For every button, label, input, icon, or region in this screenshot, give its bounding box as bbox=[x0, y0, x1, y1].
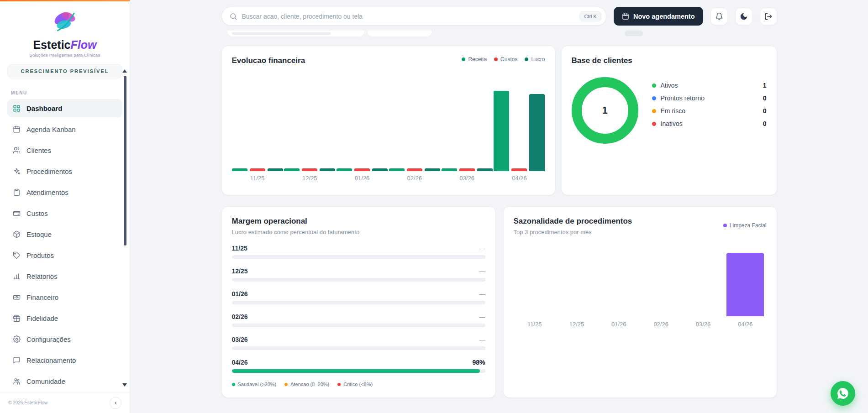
bar-group-12/25 bbox=[284, 168, 335, 171]
margin-month-label: 11/25 bbox=[232, 245, 247, 252]
legend-item-saudavel-20-: Saudavel (>20%) bbox=[232, 382, 277, 387]
bar-lucro-01/26 bbox=[372, 168, 388, 171]
bar-group-01/26 bbox=[337, 168, 388, 171]
legend-dot bbox=[652, 84, 656, 88]
dark-mode-button[interactable] bbox=[735, 8, 752, 25]
legend-item-limpeza-facial: Limpeza Facial bbox=[723, 222, 767, 229]
operating-margin-card: Margem operacional Lucro estimado como p… bbox=[221, 206, 496, 398]
card-subtitle: Top 3 procedimentos por mes bbox=[514, 229, 632, 235]
sidebar-item-comunidade[interactable]: Comunidade bbox=[7, 372, 122, 390]
copyright-text: © 2026 EsteticFlow bbox=[8, 400, 47, 405]
bar-receita-03/26 bbox=[442, 168, 457, 171]
sidebar-item-custos[interactable]: Custos bbox=[7, 204, 122, 222]
sidebar-item-label: Estoque bbox=[26, 230, 52, 238]
sidebar-item-label: Relatorios bbox=[26, 272, 58, 280]
margin-month-label: 04/26 bbox=[232, 359, 248, 366]
bar-custos-04/26 bbox=[511, 168, 527, 171]
community-icon bbox=[13, 377, 21, 385]
logout-icon bbox=[764, 12, 773, 21]
seasonality-chart: 11/2512/2501/2602/2603/2604/26 bbox=[514, 249, 767, 328]
client-count: 0 bbox=[763, 107, 767, 115]
scroll-up-arrow[interactable] bbox=[122, 69, 127, 73]
seasonality-column-02/26: 02/26 bbox=[640, 316, 682, 328]
sidebar-item-fidelidade[interactable]: Fidelidade bbox=[7, 309, 122, 327]
top-bar: Ctrl K Novo agendamento bbox=[221, 7, 777, 26]
clients-legend: Ativos1Prontos retorno0Em risco0Inativos… bbox=[652, 79, 767, 130]
margin-progress-track bbox=[232, 278, 485, 282]
notifications-button[interactable] bbox=[710, 8, 728, 25]
gear-icon bbox=[13, 335, 21, 343]
gift-icon bbox=[13, 314, 21, 322]
whatsapp-fab[interactable] bbox=[831, 381, 855, 406]
bar-receita-04/26 bbox=[494, 91, 509, 171]
sidebar-item-produtos[interactable]: Produtos bbox=[7, 246, 122, 264]
legend-item-atencao-8-20-: Atencao (8–20%) bbox=[284, 382, 329, 387]
x-axis-label: 11/25 bbox=[527, 321, 542, 328]
financial-evolution-legend: ReceitaCustosLucro bbox=[462, 56, 545, 63]
bar-group-11/25 bbox=[232, 168, 283, 171]
sidebar-item-clientes[interactable]: Clientes bbox=[7, 141, 122, 159]
margin-row-04/26: 04/2698% bbox=[232, 359, 485, 373]
calendar-plus-icon bbox=[622, 13, 629, 20]
bar-chart-icon bbox=[13, 272, 21, 280]
seasonality-column-03/26: 03/26 bbox=[682, 316, 724, 328]
sidebar-item-dashboard[interactable]: Dashboard bbox=[7, 99, 122, 117]
legend-dot bbox=[462, 58, 465, 61]
sidebar-item-label: Fidelidade bbox=[26, 314, 58, 322]
bar-receita-12/25 bbox=[284, 168, 300, 171]
margin-month-label: 03/26 bbox=[232, 336, 248, 343]
x-axis-label: 11/25 bbox=[232, 175, 283, 182]
legend-item-critico-8-: Critico (<8%) bbox=[337, 382, 373, 387]
margin-row-01/26: 01/26— bbox=[232, 290, 485, 304]
sidebar-item-label: Agenda Kanban bbox=[26, 125, 76, 133]
margin-month-label: 12/25 bbox=[232, 267, 248, 275]
sidebar-item-configuracoes[interactable]: Configurações bbox=[7, 330, 122, 348]
card-title: Evolucao financeira bbox=[232, 56, 305, 65]
margin-value: — bbox=[479, 314, 485, 320]
legend-item-custos: Custos bbox=[494, 56, 517, 63]
bar-receita-01/26 bbox=[337, 168, 352, 171]
sidebar-item-estoque[interactable]: Estoque bbox=[7, 225, 122, 243]
legend-dot bbox=[337, 383, 341, 386]
search-input[interactable] bbox=[242, 13, 575, 20]
operating-margin-rows: 11/25—12/25—01/26—02/26—03/26—04/2698% bbox=[232, 245, 485, 373]
margin-value: — bbox=[479, 291, 485, 298]
sidebar-item-atendimentos[interactable]: Atendimentos bbox=[7, 183, 122, 201]
margin-value: 98% bbox=[472, 359, 485, 366]
sidebar-item-relatorios[interactable]: Relatorios bbox=[7, 267, 122, 285]
scrolled-card-fragments bbox=[221, 31, 777, 37]
legend-dot bbox=[652, 109, 656, 113]
bar-custos-03/26 bbox=[459, 168, 475, 171]
sidebar-item-financeiro[interactable]: Financeiro bbox=[7, 288, 122, 306]
margin-row-11/25: 11/25— bbox=[232, 245, 485, 259]
sidebar-item-agenda-kanban[interactable]: Agenda Kanban bbox=[7, 120, 122, 138]
sidebar-item-label: Atendimentos bbox=[26, 188, 68, 196]
dashboard-icon bbox=[13, 105, 21, 112]
financial-evolution-card: Evolucao financeira ReceitaCustosLucro 1… bbox=[221, 46, 556, 195]
new-appointment-button[interactable]: Novo agendamento bbox=[614, 7, 703, 26]
sidebar-item-procedimentos[interactable]: Procedimentos bbox=[7, 162, 122, 180]
sidebar-item-label: Custos bbox=[26, 209, 48, 217]
collapse-sidebar-button[interactable]: ‹ bbox=[110, 397, 121, 409]
logout-button[interactable] bbox=[760, 8, 777, 25]
seasonality-card: Sazonalidade de procedimentos Top 3 proc… bbox=[503, 206, 777, 398]
donut-center-value: 1 bbox=[602, 105, 607, 116]
card-title: Base de clientes bbox=[572, 56, 767, 65]
x-axis-label: 04/26 bbox=[738, 321, 753, 328]
margin-progress-fill bbox=[232, 369, 480, 373]
bar-lucro-02/26 bbox=[425, 168, 440, 171]
margin-month-label: 02/26 bbox=[232, 313, 248, 320]
bar-lucro-11/25 bbox=[268, 168, 283, 171]
legend-dot bbox=[232, 383, 235, 386]
sidebar-scrollbar-thumb[interactable] bbox=[124, 76, 126, 246]
legend-dot bbox=[494, 58, 498, 61]
sidebar-item-label: Relacionamento bbox=[26, 356, 76, 364]
client-count: 0 bbox=[763, 120, 767, 127]
financial-evolution-chart bbox=[232, 72, 545, 171]
sidebar-item-relacionamento[interactable]: Relacionamento bbox=[7, 351, 122, 369]
legend-dot bbox=[284, 383, 288, 386]
margin-month-label: 01/26 bbox=[232, 290, 248, 298]
partial-progress-bar bbox=[232, 32, 331, 35]
bar-custos-12/25 bbox=[302, 168, 317, 171]
scroll-down-arrow[interactable] bbox=[122, 383, 127, 387]
